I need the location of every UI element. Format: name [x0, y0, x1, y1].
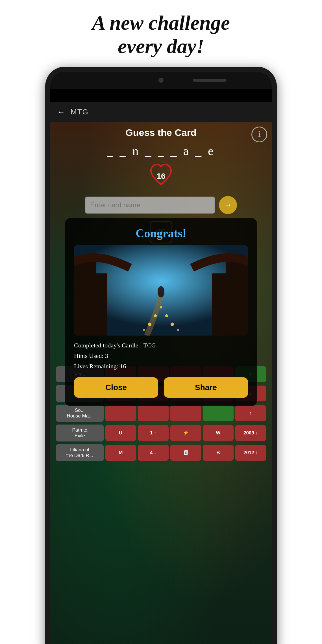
guess-year: ↑ [235, 405, 266, 421]
guess-name: Liliana ofthe Dark R... [56, 444, 104, 461]
guess-name: Path toExile [56, 425, 104, 441]
guess-cmc: 1 ↑ [138, 425, 169, 441]
nav-title: MTG [71, 108, 89, 116]
share-button[interactable]: Share [164, 377, 248, 398]
guess-name: So...House Ma... [56, 405, 104, 422]
guess-colorid [203, 405, 234, 421]
tagline: A new challenge every day! [75, 0, 247, 67]
phone-shell: ← MTG ℹ Guess the Card _ _ n _ _ _ a _ e [45, 67, 277, 644]
submit-button[interactable]: → [219, 196, 237, 214]
guess-colorid: B [203, 445, 234, 461]
phone-screen: ← MTG ℹ Guess the Card _ _ n _ _ _ a _ e [50, 89, 272, 644]
congrats-scene [74, 245, 248, 336]
guess-type: 🃏 [170, 445, 201, 461]
congrats-buttons: Close Share [74, 377, 248, 398]
guess-year: 2009 ↓ [235, 425, 266, 441]
svg-point-10 [165, 314, 168, 317]
letter-display: _ _ n _ _ _ a _ e [50, 141, 272, 161]
svg-rect-5 [90, 273, 107, 336]
lives-container: 16 [50, 161, 272, 192]
congrats-overlay: Congrats! [65, 218, 257, 406]
lives-count: 16 [156, 172, 165, 181]
svg-rect-6 [212, 273, 232, 336]
congrats-title: Congrats! [74, 227, 248, 240]
table-row: Path toExile U 1 ↑ ⚡ W 2009 ↓ [53, 423, 269, 443]
guess-colorid: W [203, 425, 234, 441]
lives-heart: 16 [148, 164, 174, 188]
svg-point-13 [177, 329, 179, 331]
guess-cmc [138, 405, 169, 421]
guess-type: ⚡ [170, 425, 201, 441]
phone-speaker [193, 79, 227, 82]
guess-color [105, 405, 136, 421]
input-row: → [50, 192, 272, 219]
back-button[interactable]: ← [57, 108, 65, 117]
guess-type [170, 405, 201, 421]
congrats-stats: Completed today's Cardle - TCG Hints Use… [74, 340, 248, 372]
svg-point-8 [154, 314, 157, 317]
guess-color: U [105, 425, 136, 441]
status-bar [50, 89, 272, 102]
game-title: Guess the Card [50, 122, 272, 141]
guess-color: M [105, 445, 136, 461]
svg-point-12 [143, 329, 145, 331]
guess-cmc: 4 ↓ [138, 445, 169, 461]
phone-camera [158, 78, 164, 83]
info-button[interactable]: ℹ [251, 127, 267, 142]
phone-notch [50, 72, 272, 89]
guess-year: 2012 ↓ [235, 445, 266, 461]
game-content: ℹ Guess the Card _ _ n _ _ _ a _ e 16 [50, 122, 272, 246]
svg-point-9 [160, 306, 162, 308]
game-area: ℹ Guess the Card _ _ n _ _ _ a _ e 16 [50, 122, 272, 644]
close-button[interactable]: Close [74, 377, 158, 398]
table-row: Liliana ofthe Dark R... M 4 ↓ 🃏 B 2012 ↓ [53, 443, 269, 463]
top-nav: ← MTG [50, 102, 272, 122]
svg-point-7 [148, 323, 151, 326]
svg-point-14 [158, 286, 164, 297]
card-name-input[interactable] [85, 197, 215, 214]
svg-point-11 [171, 323, 174, 326]
table-row: So...House Ma... ↑ [53, 403, 269, 423]
